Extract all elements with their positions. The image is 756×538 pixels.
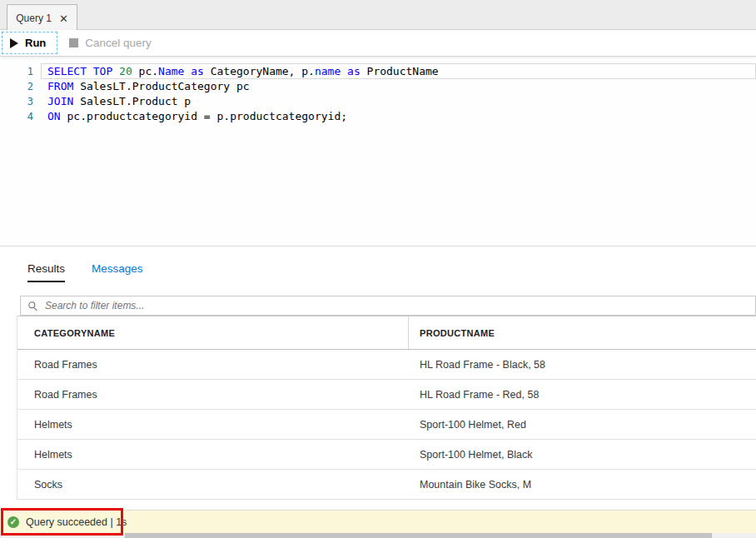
search-icon — [27, 301, 38, 311]
table-cell: Helmets — [17, 449, 409, 461]
table-cell: Road Frames — [17, 359, 409, 371]
table-cell: Helmets — [17, 419, 409, 431]
code-text: JOIN SalesLT.Product p — [33, 94, 191, 109]
filter-search-box[interactable] — [20, 296, 756, 316]
filter-input[interactable] — [43, 296, 755, 315]
table-row[interactable]: Road FramesHL Road Frame - Red, 58 — [17, 380, 756, 410]
tab-messages[interactable]: Messages — [92, 262, 143, 282]
horizontal-scrollbar — [0, 533, 756, 538]
success-check-icon: ✓ — [7, 516, 19, 528]
table-row[interactable]: HelmetsSport-100 Helmet, Black — [17, 440, 756, 470]
table-cell: Road Frames — [17, 389, 409, 401]
cancel-query-button[interactable]: Cancel query — [64, 37, 157, 49]
table-row[interactable]: Road FramesHL Road Frame - Black, 58 — [17, 350, 756, 380]
table-cell: Sport-100 Helmet, Black — [409, 449, 532, 461]
query-editor-window: Query 1 ✕ Run Cancel query 1SELECT TOP 2… — [0, 0, 756, 538]
cancel-query-label: Cancel query — [85, 37, 152, 49]
query-toolbar: Run Cancel query — [0, 30, 756, 57]
run-button[interactable]: Run — [2, 32, 57, 54]
code-line[interactable]: 3JOIN SalesLT.Product p — [0, 94, 756, 109]
stop-icon — [69, 38, 78, 47]
status-bar: ✓ Query succeeded | 1s — [0, 510, 756, 533]
column-header-productname[interactable]: PRODUCTNAME — [409, 316, 495, 349]
results-panel: Results Messages CATEGORYNAME PRODUCTNAM… — [0, 246, 756, 500]
results-tab-bar: Results Messages — [27, 247, 756, 282]
grid-header-row: CATEGORYNAME PRODUCTNAME — [17, 316, 756, 350]
status-text: Query succeeded | 1s — [26, 516, 127, 528]
table-cell: Sport-100 Helmet, Red — [409, 419, 526, 431]
code-text: SELECT TOP 20 pc.Name as CategoryName, p… — [33, 64, 439, 79]
table-cell: Mountain Bike Socks, M — [409, 479, 531, 491]
code-line[interactable]: 2FROM SalesLT.ProductCategory pc — [0, 79, 756, 94]
play-icon — [10, 38, 18, 48]
code-line[interactable]: 4ON pc.productcategoryid = p.productcate… — [0, 109, 756, 124]
code-text: FROM SalesLT.ProductCategory pc — [33, 79, 250, 94]
tab-results[interactable]: Results — [27, 262, 65, 282]
run-button-label: Run — [25, 37, 46, 49]
sql-editor[interactable]: 1SELECT TOP 20 pc.Name as CategoryName, … — [0, 57, 756, 246]
line-number: 1 — [0, 64, 33, 79]
table-cell: HL Road Frame - Red, 58 — [409, 389, 539, 401]
table-cell: HL Road Frame - Black, 58 — [409, 359, 545, 371]
scrollbar-thumb[interactable] — [125, 533, 712, 538]
table-row[interactable]: SocksMountain Bike Socks, M — [17, 470, 756, 500]
code-line[interactable]: 1SELECT TOP 20 pc.Name as CategoryName, … — [0, 64, 756, 79]
tab-close-icon[interactable]: ✕ — [59, 13, 68, 24]
table-row[interactable]: HelmetsSport-100 Helmet, Red — [17, 410, 756, 440]
line-number: 4 — [0, 109, 33, 124]
line-number: 3 — [0, 94, 33, 109]
line-number: 2 — [0, 79, 33, 94]
column-header-categoryname[interactable]: CATEGORYNAME — [17, 316, 409, 349]
table-cell: Socks — [17, 479, 409, 491]
grid-body: Road FramesHL Road Frame - Black, 58Road… — [17, 350, 756, 500]
tab-label: Query 1 — [16, 12, 52, 24]
editor-tab-strip: Query 1 ✕ — [0, 0, 756, 30]
results-grid: CATEGORYNAME PRODUCTNAME Road FramesHL R… — [17, 316, 756, 500]
editor-tab-query1[interactable]: Query 1 ✕ — [7, 4, 77, 32]
code-text: ON pc.productcategoryid = p.productcateg… — [33, 109, 347, 124]
